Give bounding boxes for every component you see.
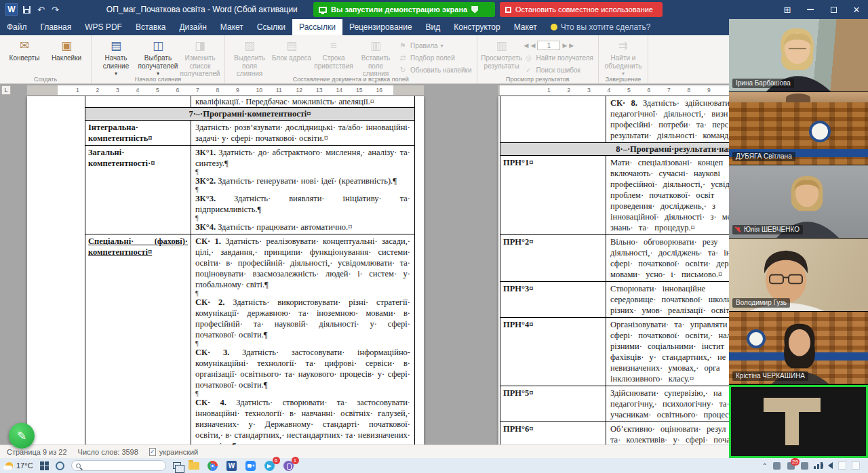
tell-me-label: Что вы хотите сделать? xyxy=(561,22,651,32)
undo-icon[interactable]: ↶ xyxy=(37,5,45,15)
tab-table-design[interactable]: Конструктор xyxy=(447,19,507,35)
volume-icon[interactable] xyxy=(828,462,833,469)
tab-view[interactable]: Вид xyxy=(419,19,448,35)
cortana-icon[interactable] xyxy=(56,461,64,470)
file-explorer-icon[interactable] xyxy=(188,459,200,472)
small-buttons-column: ⚑ Правила ▾ ⇄ Подбор полей ↻ Обновить на… xyxy=(397,37,473,75)
task-view-button[interactable] xyxy=(173,462,181,469)
active-speaker-tile[interactable] xyxy=(729,385,868,458)
record-number-input[interactable]: 1 xyxy=(537,41,560,50)
participant-tile[interactable]: Володимир Гузь xyxy=(729,239,868,312)
preview-results-icon: ▥ xyxy=(493,39,510,54)
find-recipient-icon: ◎ xyxy=(524,53,534,62)
find-recipient-button[interactable]: ◎ Найти получателя xyxy=(524,53,593,62)
labels-button[interactable]: ▣ Наклейки xyxy=(45,37,87,64)
ribbon-display-options-button[interactable]: ⊞ xyxy=(776,0,799,19)
restore-button[interactable] xyxy=(822,0,845,19)
close-button[interactable]: ✕ xyxy=(845,0,868,19)
participant-tile[interactable]: Ірина Барбашова xyxy=(729,19,868,92)
finish-merge-button[interactable]: ⇉ Найти и объединить ▾ xyxy=(602,37,644,78)
recipients-icon: ◫ xyxy=(150,39,167,54)
preview-results-button[interactable]: ▥ Просмотреть результаты xyxy=(481,37,523,71)
viber-icon[interactable]: 1 xyxy=(283,459,295,472)
language-indicator[interactable]: ✓ украинский xyxy=(149,448,198,456)
ribbon-group-create: ✉ Конверты ▣ Наклейки Создать xyxy=(0,35,92,83)
tab-file[interactable]: Файл xyxy=(0,19,34,35)
ruler-number: 9 xyxy=(707,87,711,94)
page-left[interactable]: кваліфікації.· Передбачає· можливість· а… xyxy=(27,96,424,445)
tray-expand-icon[interactable]: ⌃ xyxy=(762,462,768,470)
tray-panel-icon[interactable] xyxy=(838,461,846,470)
participant-tile[interactable]: ДУБЯГА Світлана xyxy=(729,92,868,165)
weather-widget[interactable]: 17°C xyxy=(5,461,33,470)
start-button[interactable] xyxy=(40,461,49,470)
select-recipients-button[interactable]: ◫ Выбрать получателей ▾ xyxy=(137,37,179,78)
ruler-number: 1 xyxy=(76,87,79,94)
taskbar-search-input[interactable] xyxy=(71,460,166,471)
tab-mailings[interactable]: Рассылки xyxy=(292,19,342,35)
check-errors-icon: ✓ xyxy=(524,65,534,75)
insert-field-icon: ▥ xyxy=(368,39,384,54)
tab-table-layout[interactable]: Макет xyxy=(507,19,544,35)
participant-tile[interactable]: Юлія ШЕВЧЕНКО xyxy=(729,165,868,239)
previous-record-icon[interactable]: ◀ xyxy=(531,42,536,49)
telegram-icon[interactable]: 6 xyxy=(264,459,276,472)
redo-icon[interactable]: ↷ xyxy=(52,5,59,15)
greeting-line-button[interactable]: ≡ Строка приветствия xyxy=(313,37,355,71)
tray-notification-icon[interactable]: 29 xyxy=(786,461,795,470)
notification-badge: 1 xyxy=(292,457,299,464)
tray-panel-icon[interactable] xyxy=(852,461,860,470)
tab-layout[interactable]: Макет xyxy=(214,19,250,35)
update-labels-icon: ↻ xyxy=(398,65,408,75)
chrome-icon[interactable] xyxy=(207,459,219,472)
tray-app-icon[interactable] xyxy=(773,462,781,470)
zoom-icon[interactable] xyxy=(245,459,257,472)
stop-share-button[interactable]: Остановить совместное использование xyxy=(500,2,663,17)
address-block-button[interactable]: ▤ Блок адреса xyxy=(271,37,313,64)
word-taskbar-icon[interactable]: W xyxy=(226,459,238,472)
ruler-number: 10 xyxy=(256,87,262,94)
highlight-merge-fields-button[interactable]: ▨ Выделить поля слияния xyxy=(229,37,271,79)
ribbon-group-write-insert: ▨ Выделить поля слияния ▤ Блок адреса ≡ … xyxy=(225,35,477,83)
save-icon[interactable] xyxy=(23,6,31,14)
highlight-fields-icon: ▨ xyxy=(241,39,258,54)
button-label: Строка приветствия xyxy=(313,54,354,70)
tab-home[interactable]: Главная xyxy=(34,19,79,35)
update-labels-button[interactable]: ↻ Обновить наклейки xyxy=(398,65,472,75)
tab-references[interactable]: Ссылки xyxy=(250,19,292,35)
tell-me-box[interactable]: Что вы хотите сделать? xyxy=(551,19,651,35)
tab-wps-pdf[interactable]: WPS PDF xyxy=(78,19,129,35)
tab-review[interactable]: Рецензирование xyxy=(342,19,419,35)
edit-recipient-list-button[interactable]: ◨ Изменить список получателей xyxy=(179,37,221,79)
last-record-icon[interactable]: ▶ xyxy=(569,42,574,49)
button-label: Вставить поле слияния xyxy=(355,54,396,78)
word-count[interactable]: Число слов: 3598 xyxy=(78,448,138,456)
start-mail-merge-button[interactable]: ▤ Начать слияние ▾ xyxy=(95,37,137,78)
match-fields-button[interactable]: ⇄ Подбор полей xyxy=(398,53,472,62)
table-cell: кваліфікації.· Передбачає· можливість· а… xyxy=(191,96,414,107)
ribbon-group-preview-results: ▥ Просмотреть результаты ◀ ◀ 1 ▶ ▶ ◎ Най… xyxy=(477,35,599,83)
rules-button[interactable]: ⚑ Правила ▾ xyxy=(398,41,472,50)
stop-icon xyxy=(505,7,511,13)
video-conference-panel: Ірина Барбашова ДУБЯГА Світлана Юлія ШЕВ… xyxy=(729,19,868,458)
ruler-number: 4 xyxy=(608,87,611,94)
tab-design[interactable]: Дизайн xyxy=(172,19,213,35)
page-indicator[interactable]: Страница 9 из 22 xyxy=(7,448,67,456)
tab-selector[interactable]: L xyxy=(1,85,11,95)
check-errors-button[interactable]: ✓ Поиск ошибок xyxy=(524,65,593,75)
tab-insert[interactable]: Вставка xyxy=(129,19,173,35)
participant-tile[interactable]: Крістіна ЧЕРКАШИНА xyxy=(729,312,868,385)
minimize-button[interactable] xyxy=(799,0,822,19)
first-record-icon[interactable]: ◀ xyxy=(524,42,529,49)
envelopes-button[interactable]: ✉ Конверты xyxy=(3,37,45,64)
monitor-icon xyxy=(319,7,327,13)
ruler-number: 5 xyxy=(156,87,159,94)
next-record-icon[interactable]: ▶ xyxy=(562,42,567,49)
stop-share-label: Остановить совместное использование xyxy=(515,5,653,14)
button-label: Выбрать получателей xyxy=(138,54,178,70)
notification-badge: 29 xyxy=(791,458,800,466)
tray-app-icon[interactable] xyxy=(801,462,808,470)
ruler-left[interactable]: 12345678910111213141516 xyxy=(27,85,424,95)
table-cell: ПРН°1¤ xyxy=(500,156,606,234)
annotation-pencil-button[interactable]: ✎ xyxy=(9,423,35,449)
